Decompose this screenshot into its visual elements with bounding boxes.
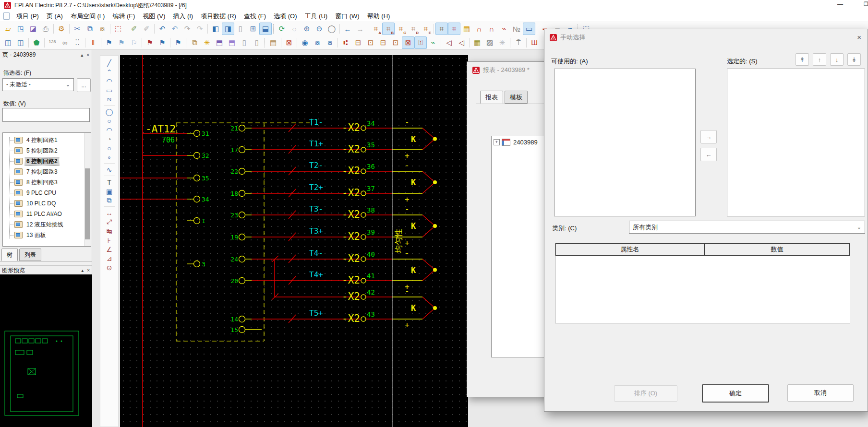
move-up-icon[interactable]: ⍐ (414, 36, 427, 49)
report-tab-2[interactable]: 模板 (505, 91, 528, 104)
display-window-icon[interactable]: ▭ (523, 23, 535, 35)
hyperlink-tool-icon[interactable]: ⧉ (103, 196, 116, 205)
cut-icon[interactable]: ✂ (71, 23, 84, 35)
filter-table-4-icon[interactable]: ⊡ (389, 36, 402, 49)
dim-radius-icon[interactable]: ⊿ (103, 254, 116, 263)
magnet-move-icon[interactable]: ∩ (485, 23, 498, 35)
menu-item[interactable]: 选项 (O) (270, 11, 301, 22)
pin-tool-icon[interactable]: ⍑ (512, 36, 525, 49)
doc-2-icon[interactable]: ▯ (251, 36, 263, 49)
format-painter-off-icon[interactable]: ✐ (140, 23, 153, 35)
filter-browse-button[interactable]: ... (77, 78, 91, 92)
panel-collapse-icon[interactable]: ▴ (81, 52, 83, 58)
open-project-icon[interactable]: ◳ (14, 23, 27, 35)
graphical-preview[interactable] (0, 274, 92, 427)
undo-icon[interactable]: ↶ (156, 23, 169, 35)
terminal-bars-icon[interactable]: ‖ (87, 36, 99, 49)
blank-page-icon[interactable]: ▯ (234, 23, 247, 35)
filter-combobox[interactable]: - 未激活 - ⌄ (2, 78, 74, 91)
navigator-3-icon[interactable]: ⧇ (324, 36, 336, 49)
panel-close-icon[interactable]: × (86, 52, 89, 58)
format-painter-icon[interactable]: ✐ (128, 23, 140, 35)
page-tree-item[interactable]: 5 控制回路2 (3, 145, 91, 156)
page-tree-item[interactable]: 9 PLC CPU (3, 188, 91, 198)
arc-tool-icon[interactable]: ◠ (103, 76, 116, 85)
properties-table[interactable]: 属性名 数值 (555, 243, 850, 323)
settings-wrench-icon[interactable]: ⚙ (55, 23, 68, 35)
menu-item[interactable]: 编辑 (E) (108, 11, 139, 22)
column-header-property[interactable]: 属性名 (556, 244, 705, 255)
move-to-top-button[interactable]: ↟ (796, 53, 809, 66)
panel-collapse-icon[interactable]: ▴ (81, 268, 84, 273)
pin-pair-icon[interactable]: ⁚⁚ (71, 36, 84, 49)
generate-reports-icon[interactable]: ⚑ (144, 36, 156, 49)
numbering-icon[interactable]: № (510, 23, 523, 35)
dim-baseline-icon[interactable]: ⊦ (103, 236, 116, 245)
new-page-icon[interactable]: ▱ (2, 23, 14, 35)
connection-symbol-icon[interactable]: ⌁ (498, 23, 510, 35)
navigator-1-icon[interactable]: ◉ (299, 36, 311, 49)
insert-window-macro-icon[interactable]: ◨ (222, 23, 234, 35)
filter-table-1-icon[interactable]: ⊟ (352, 36, 364, 49)
line-tool-icon[interactable]: ╱ (103, 58, 116, 67)
image-tool-icon[interactable]: ▣ (103, 187, 116, 196)
align-grid-icon[interactable]: ▦ (460, 23, 473, 35)
grid-display-icon[interactable]: ⌗ (435, 23, 448, 35)
polyline-tool-icon[interactable]: ⌃ (103, 67, 116, 76)
check-project-icon[interactable]: ⚑ (103, 36, 115, 49)
page-tree-item[interactable]: 6 控制回路2 (3, 156, 91, 166)
navigator-tab-2[interactable]: 列表 (19, 249, 41, 261)
grid-e-icon[interactable]: ⌗E (420, 23, 432, 35)
signal-horn-2-icon[interactable]: ◁ (455, 36, 468, 49)
update-reports-icon[interactable]: ⚑ (156, 36, 169, 49)
circle-tool-icon[interactable]: ○ (103, 116, 116, 125)
zoom-full-icon[interactable]: ◯ (326, 23, 338, 35)
page-tree-item[interactable]: 11 PLC AI/AO (3, 209, 91, 219)
magnet-icon[interactable]: ∩ (473, 23, 485, 35)
menu-item[interactable]: 布局空间 (L) (67, 11, 109, 22)
column-header-value[interactable]: 数值 (705, 244, 849, 255)
window-tile-icon[interactable]: ◫ (14, 36, 27, 49)
move-up-button[interactable]: ↑ (813, 53, 826, 66)
rectangle-tool-icon[interactable]: ▭ (103, 85, 116, 95)
tree-scrollbar-thumb[interactable] (85, 168, 90, 239)
spline-tool-icon[interactable]: ∿ (103, 165, 116, 174)
grid-a-icon[interactable]: ⌗A (370, 23, 382, 35)
minimize-button[interactable]: — (833, 1, 847, 8)
page-forward-icon[interactable]: → (354, 23, 366, 35)
signal-horn-1-icon[interactable]: ◁ (443, 36, 455, 49)
menu-item[interactable]: 插入 (I) (169, 11, 197, 22)
redo-icon[interactable]: ↷ (181, 23, 193, 35)
pages-tree[interactable]: 4 控制回路15 控制回路26 控制回路27 控制回路38 控制回路39 PLC… (2, 132, 91, 247)
contact-pair-icon[interactable]: ∞ (59, 36, 71, 49)
value-input[interactable] (2, 108, 90, 122)
insert-page-macro-icon[interactable]: ◧ (209, 23, 222, 35)
undo-list-icon[interactable]: ↶ (169, 23, 181, 35)
marquee-select-icon[interactable]: ⬚ (112, 23, 124, 35)
circle-2-tool-icon[interactable]: ○ (103, 143, 116, 153)
dim-continued-icon[interactable]: ↹ (103, 226, 116, 236)
sector-tool-icon[interactable]: ◔ (103, 134, 116, 143)
zoom-window-icon[interactable]: ◌ (288, 23, 301, 35)
ok-button[interactable]: 确定 (702, 384, 769, 403)
doc-1-icon[interactable]: ▯ (238, 36, 251, 49)
menu-item[interactable]: 项目 (P) (12, 11, 43, 22)
page-tree-item[interactable]: 8 控制回路3 (3, 177, 91, 188)
menu-item[interactable]: 窗口 (W) (331, 11, 363, 22)
window-cascade-icon[interactable]: ◫ (2, 36, 14, 49)
menu-item[interactable]: 视图 (V) (139, 11, 169, 22)
zoom-in-icon[interactable]: ⊕ (301, 23, 313, 35)
copy-properties-icon[interactable]: ⧉ (188, 36, 201, 49)
print-icon[interactable]: ⎙ (39, 23, 52, 35)
available-listbox[interactable] (554, 69, 696, 216)
device-numbering-icon[interactable]: ¹²³ (46, 36, 59, 49)
move-down-button[interactable]: ↓ (830, 53, 844, 66)
cancel-button[interactable]: 取消 (787, 384, 854, 402)
tree-scrollbar[interactable] (84, 133, 91, 246)
grid-c-icon[interactable]: ⌗C (395, 23, 407, 35)
filter-table-2-icon[interactable]: ⊡ (364, 36, 377, 49)
refresh-icon[interactable]: ⟳ (276, 23, 288, 35)
sort-button[interactable]: 排序 (O) (614, 385, 677, 402)
close-icon[interactable]: × (857, 33, 861, 41)
check-page-icon[interactable]: ⚑ (115, 36, 128, 49)
